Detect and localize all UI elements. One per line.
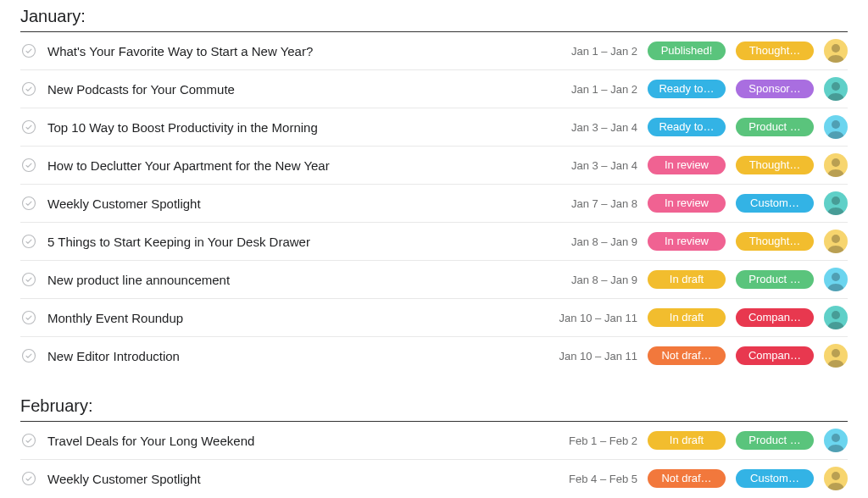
task-row[interactable]: New product line announcementJan 8 – Jan… <box>20 261 848 299</box>
assignee-avatar[interactable] <box>824 306 848 329</box>
category-pill[interactable]: Product … <box>736 431 814 450</box>
category-pill[interactable]: Compan… <box>736 308 814 327</box>
svg-point-8 <box>23 197 36 210</box>
task-title[interactable]: Weekly Customer Spotlight <box>47 472 534 486</box>
status-pill[interactable]: Not draf… <box>648 346 726 365</box>
complete-checkbox[interactable] <box>20 80 37 97</box>
category-pill[interactable]: Compan… <box>736 346 814 365</box>
task-date-range: Jan 1 – Jan 2 <box>544 83 637 96</box>
task-row[interactable]: Monthly Event RoundupJan 10 – Jan 11In d… <box>20 299 848 337</box>
task-row[interactable]: New Podcasts for Your CommuteJan 1 – Jan… <box>20 70 848 108</box>
assignee-avatar[interactable] <box>824 153 848 177</box>
status-pill[interactable]: In draft <box>648 308 726 327</box>
task-date-range: Jan 1 – Jan 2 <box>544 45 637 58</box>
complete-checkbox[interactable] <box>20 271 37 288</box>
assignee-avatar[interactable] <box>824 115 848 139</box>
task-list: What's Your Favorite Way to Start a New … <box>20 32 848 374</box>
category-pill[interactable]: Product … <box>736 270 814 289</box>
complete-checkbox[interactable] <box>20 157 37 174</box>
svg-point-1 <box>832 44 840 53</box>
svg-point-4 <box>23 121 36 134</box>
category-pill[interactable]: Product … <box>736 118 814 136</box>
assignee-avatar[interactable] <box>824 230 848 253</box>
svg-point-15 <box>832 311 840 319</box>
task-row[interactable]: Top 10 Way to Boost Productivity in the … <box>20 108 848 147</box>
task-row[interactable]: How to Declutter Your Apartment for the … <box>20 147 848 185</box>
task-title[interactable]: Travel Deals for Your Long Weekend <box>47 434 534 448</box>
complete-checkbox[interactable] <box>20 195 37 212</box>
assignee-avatar[interactable] <box>824 77 848 101</box>
task-row[interactable]: Weekly Customer SpotlightFeb 4 – Feb 5No… <box>20 460 848 497</box>
task-row[interactable]: What's Your Favorite Way to Start a New … <box>20 32 848 70</box>
assignee-avatar[interactable] <box>824 191 848 215</box>
svg-point-2 <box>23 83 36 96</box>
section-title: February: <box>20 390 848 422</box>
task-date-range: Jan 8 – Jan 9 <box>544 274 637 286</box>
task-title[interactable]: Weekly Customer Spotlight <box>47 196 534 211</box>
svg-point-17 <box>832 349 840 357</box>
svg-point-21 <box>832 472 840 480</box>
svg-point-12 <box>23 274 36 286</box>
task-list: Travel Deals for Your Long WeekendFeb 1 … <box>20 422 848 497</box>
status-pill[interactable]: In draft <box>648 431 726 450</box>
svg-point-10 <box>23 235 36 248</box>
task-title[interactable]: How to Declutter Your Apartment for the … <box>47 158 534 173</box>
task-date-range: Jan 7 – Jan 8 <box>544 197 637 210</box>
assignee-avatar[interactable] <box>824 467 848 490</box>
complete-checkbox[interactable] <box>20 42 37 59</box>
task-title[interactable]: Top 10 Way to Boost Productivity in the … <box>47 120 534 135</box>
category-pill[interactable]: Sponsor… <box>736 80 814 98</box>
task-date-range: Jan 8 – Jan 9 <box>544 235 637 248</box>
status-pill[interactable]: In review <box>648 156 726 174</box>
category-pill[interactable]: Custom… <box>736 194 814 213</box>
task-date-range: Jan 3 – Jan 4 <box>544 159 637 172</box>
svg-point-13 <box>832 273 840 281</box>
task-title[interactable]: 5 Things to Start Keeping in Your Desk D… <box>47 235 534 249</box>
status-pill[interactable]: Published! <box>648 42 726 60</box>
task-date-range: Feb 1 – Feb 2 <box>544 434 637 447</box>
status-pill[interactable]: Ready to… <box>648 80 726 98</box>
assignee-avatar[interactable] <box>824 268 848 291</box>
complete-checkbox[interactable] <box>20 432 37 449</box>
svg-point-3 <box>832 82 840 91</box>
complete-checkbox[interactable] <box>20 309 37 326</box>
status-pill[interactable]: In review <box>648 232 726 251</box>
task-row[interactable]: Weekly Customer SpotlightJan 7 – Jan 8In… <box>20 185 848 223</box>
category-pill[interactable]: Thought… <box>736 232 814 251</box>
svg-point-5 <box>832 120 840 129</box>
svg-point-0 <box>23 45 36 58</box>
svg-point-9 <box>832 196 840 205</box>
assignee-avatar[interactable] <box>824 39 848 63</box>
task-date-range: Jan 10 – Jan 11 <box>544 312 637 324</box>
complete-checkbox[interactable] <box>20 347 37 364</box>
task-title[interactable]: New product line announcement <box>47 273 534 287</box>
category-pill[interactable]: Thought… <box>736 42 814 60</box>
task-date-range: Feb 4 – Feb 5 <box>544 473 637 485</box>
complete-checkbox[interactable] <box>20 233 37 250</box>
assignee-avatar[interactable] <box>824 344 848 368</box>
svg-point-6 <box>23 159 36 172</box>
task-title[interactable]: New Podcasts for Your Commute <box>47 82 534 97</box>
status-pill[interactable]: In draft <box>648 270 726 289</box>
complete-checkbox[interactable] <box>20 470 37 487</box>
task-title[interactable]: New Editor Introduction <box>47 349 534 363</box>
status-pill[interactable]: Not draf… <box>648 469 726 488</box>
svg-point-11 <box>832 235 840 243</box>
svg-point-16 <box>23 350 36 362</box>
status-pill[interactable]: Ready to… <box>648 118 726 136</box>
task-row[interactable]: 5 Things to Start Keeping in Your Desk D… <box>20 223 848 261</box>
task-title[interactable]: What's Your Favorite Way to Start a New … <box>47 44 534 58</box>
task-title[interactable]: Monthly Event Roundup <box>47 311 534 325</box>
task-date-range: Jan 10 – Jan 11 <box>544 350 637 362</box>
status-pill[interactable]: In review <box>648 194 726 213</box>
assignee-avatar[interactable] <box>824 429 848 452</box>
category-pill[interactable]: Custom… <box>736 469 814 488</box>
svg-point-19 <box>832 434 840 442</box>
svg-point-18 <box>23 434 36 447</box>
section-title: January: <box>20 0 848 32</box>
complete-checkbox[interactable] <box>20 119 37 136</box>
task-row[interactable]: Travel Deals for Your Long WeekendFeb 1 … <box>20 422 848 460</box>
svg-point-14 <box>23 312 36 324</box>
category-pill[interactable]: Thought… <box>736 156 814 174</box>
task-row[interactable]: New Editor IntroductionJan 10 – Jan 11No… <box>20 337 848 374</box>
